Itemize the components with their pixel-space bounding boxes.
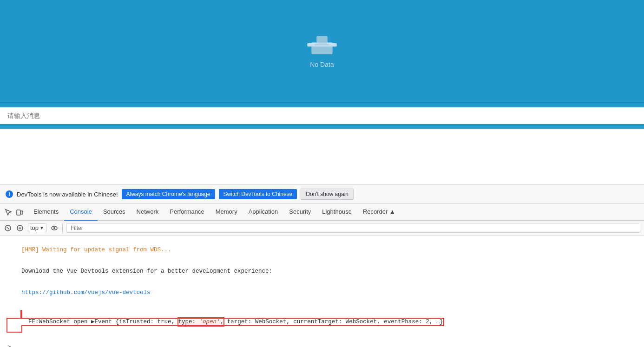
tab-security[interactable]: Security: [283, 204, 316, 221]
info-icon: i: [6, 190, 13, 198]
type-highlight: type: 'open',: [178, 318, 224, 326]
tab-elements[interactable]: Elements: [28, 204, 64, 221]
svg-rect-3: [315, 44, 329, 46]
svg-line-7: [7, 227, 9, 229]
no-data-icon: [306, 34, 338, 57]
svg-rect-5: [21, 211, 23, 214]
no-data-label: No Data: [310, 61, 334, 68]
console-line-hmr: [HMR] Waiting for update signal from WDS…: [0, 239, 644, 261]
filter-toggle-icon[interactable]: [16, 224, 24, 232]
message-input[interactable]: [0, 107, 644, 124]
tab-recorder[interactable]: Recorder ▲: [357, 204, 401, 221]
console-line-link: https://github.com/vuejs/vue-devtools: [0, 282, 644, 303]
svg-rect-2: [316, 36, 328, 44]
clear-console-icon[interactable]: [4, 224, 12, 232]
tab-lighthouse[interactable]: Lighthouse: [316, 204, 357, 221]
device-toolbar-icon[interactable]: [15, 208, 24, 217]
context-selector[interactable]: top ▼: [28, 223, 46, 232]
always-match-button[interactable]: Always match Chrome's language: [122, 189, 215, 199]
console-line-websocket: FE:WebSocket open ▶Event {isTrusted: tru…: [0, 303, 644, 340]
tab-performance[interactable]: Performance: [164, 204, 210, 221]
notification-message: DevTools is now available in Chinese!: [17, 191, 118, 198]
svg-rect-4: [17, 210, 20, 215]
devtools-tabs-bar: Elements Console Sources Network Perform…: [0, 204, 644, 221]
toolbar-divider: [62, 224, 63, 232]
top-label: top: [30, 224, 39, 231]
tab-sources[interactable]: Sources: [98, 204, 131, 221]
annotation-area: > 建立连接: [0, 343, 644, 347]
switch-devtools-button[interactable]: Switch DevTools to Chinese: [219, 189, 297, 199]
console-line-devtools-msg: Download the Vue Devtools extension for …: [0, 261, 644, 282]
filter-input[interactable]: [66, 223, 640, 233]
websocket-line-highlight: FE:WebSocket open ▶Event {isTrusted: tru…: [7, 319, 443, 332]
message-input-area: [0, 102, 644, 129]
eye-icon[interactable]: [50, 224, 59, 232]
main-content-area: No Data: [0, 0, 644, 102]
tab-network[interactable]: Network: [131, 204, 164, 221]
tab-console[interactable]: Console: [64, 204, 98, 221]
dont-show-button[interactable]: Don't show again: [301, 189, 354, 200]
devtools-icons-group: [4, 208, 24, 217]
tab-application[interactable]: Application: [243, 204, 284, 221]
vue-devtools-link[interactable]: https://github.com/vuejs/vue-devtools: [21, 289, 151, 296]
devtools-notification-bar: i DevTools is now available in Chinese! …: [0, 184, 644, 204]
svg-point-12: [53, 227, 55, 229]
console-output: [HMR] Waiting for update signal from WDS…: [0, 236, 644, 343]
console-toolbar: top ▼: [0, 221, 644, 236]
content-gap: [0, 129, 644, 184]
inspect-icon[interactable]: [4, 208, 13, 217]
caret-line: >: [0, 343, 644, 347]
dropdown-arrow-icon: ▼: [39, 225, 44, 230]
tab-memory[interactable]: Memory: [210, 204, 243, 221]
